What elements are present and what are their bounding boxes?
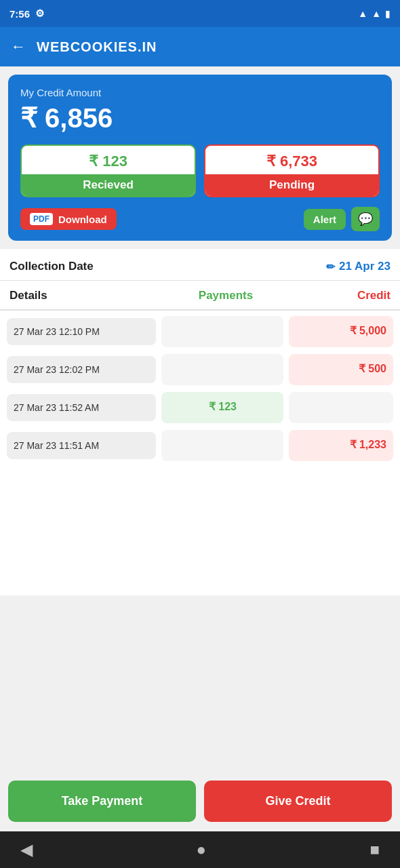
collection-date-row: Collection Date ✏ 21 Apr 23 bbox=[0, 249, 400, 281]
status-bar-left: 7:56 ⚙ bbox=[9, 7, 44, 20]
cell-credit bbox=[289, 392, 393, 423]
credit-label: My Credit Amount bbox=[20, 87, 380, 98]
received-label: Recieved bbox=[22, 174, 195, 196]
cell-credit: ₹ 5,000 bbox=[289, 316, 393, 347]
collection-date-label: Collection Date bbox=[9, 260, 94, 273]
table-row: 27 Mar 23 12:10 PM₹ 5,000 bbox=[7, 316, 393, 347]
credit-boxes: ₹ 123 Recieved ₹ 6,733 Pending bbox=[20, 144, 380, 197]
download-button[interactable]: PDF Download bbox=[20, 208, 117, 230]
nav-square-icon[interactable]: ■ bbox=[370, 840, 380, 859]
nav-home-icon[interactable]: ● bbox=[197, 840, 207, 859]
col-payments: Payments bbox=[164, 289, 287, 302]
action-row: PDF Download Alert 💬 bbox=[20, 207, 380, 231]
pdf-icon: PDF bbox=[30, 213, 53, 225]
back-button[interactable]: ← bbox=[11, 38, 26, 56]
cell-credit: ₹ 500 bbox=[289, 354, 393, 385]
page-title: WEBCOOKIES.IN bbox=[37, 39, 157, 55]
wifi-icon: ▲ bbox=[358, 8, 367, 19]
give-credit-button[interactable]: Give Credit bbox=[204, 781, 392, 822]
download-label: Download bbox=[58, 214, 107, 225]
edit-icon[interactable]: ✏ bbox=[326, 260, 335, 273]
cell-payment: ₹ 123 bbox=[161, 392, 283, 423]
cell-date: 27 Mar 23 11:52 AM bbox=[7, 394, 156, 421]
status-bar-right: ▲ ▲ ▮ bbox=[358, 8, 391, 19]
pending-box: ₹ 6,733 Pending bbox=[204, 144, 380, 197]
signal-icon: ▲ bbox=[372, 8, 381, 19]
table-row: 27 Mar 23 12:02 PM₹ 500 bbox=[7, 354, 393, 385]
pending-label: Pending bbox=[205, 174, 378, 196]
col-credit: Credit bbox=[287, 289, 391, 302]
received-box: ₹ 123 Recieved bbox=[20, 144, 196, 197]
table-header: Details Payments Credit bbox=[0, 281, 400, 311]
cell-credit: ₹ 1,233 bbox=[289, 430, 393, 461]
alert-group: Alert 💬 bbox=[304, 207, 380, 231]
received-value: ₹ 123 bbox=[22, 146, 195, 174]
bottom-buttons: Take Payment Give Credit bbox=[0, 771, 400, 831]
table-row: 27 Mar 23 11:52 AM₹ 123 bbox=[7, 392, 393, 423]
col-details: Details bbox=[9, 289, 164, 302]
credit-amount: ₹ 6,856 bbox=[20, 102, 380, 134]
cell-payment bbox=[161, 430, 283, 461]
take-payment-button[interactable]: Take Payment bbox=[8, 781, 196, 822]
cell-date: 27 Mar 23 12:10 PM bbox=[7, 318, 156, 345]
cell-date: 27 Mar 23 11:51 AM bbox=[7, 432, 156, 459]
status-time: 7:56 bbox=[9, 8, 30, 20]
cell-payment bbox=[161, 354, 283, 385]
pending-value: ₹ 6,733 bbox=[205, 146, 378, 174]
collection-date-value: ✏ 21 Apr 23 bbox=[326, 260, 391, 273]
cell-date: 27 Mar 23 12:02 PM bbox=[7, 356, 156, 383]
chat-icon: 💬 bbox=[358, 212, 373, 226]
cell-payment bbox=[161, 316, 283, 347]
collection-date: 21 Apr 23 bbox=[339, 260, 391, 273]
table-row: 27 Mar 23 11:51 AM₹ 1,233 bbox=[7, 430, 393, 461]
credit-card: My Credit Amount ₹ 6,856 ₹ 123 Recieved … bbox=[8, 75, 392, 241]
alert-button[interactable]: Alert bbox=[304, 209, 346, 230]
settings-icon: ⚙ bbox=[35, 7, 44, 20]
table-container: 27 Mar 23 12:10 PM₹ 5,00027 Mar 23 12:02… bbox=[0, 311, 400, 595]
nav-back-icon[interactable]: ◀ bbox=[20, 840, 33, 859]
status-bar: 7:56 ⚙ ▲ ▲ ▮ bbox=[0, 0, 400, 27]
top-bar: ← WEBCOOKIES.IN bbox=[0, 27, 400, 66]
battery-icon: ▮ bbox=[385, 8, 391, 19]
chat-icon-button[interactable]: 💬 bbox=[351, 207, 380, 231]
nav-bar: ◀ ● ■ bbox=[0, 831, 400, 868]
